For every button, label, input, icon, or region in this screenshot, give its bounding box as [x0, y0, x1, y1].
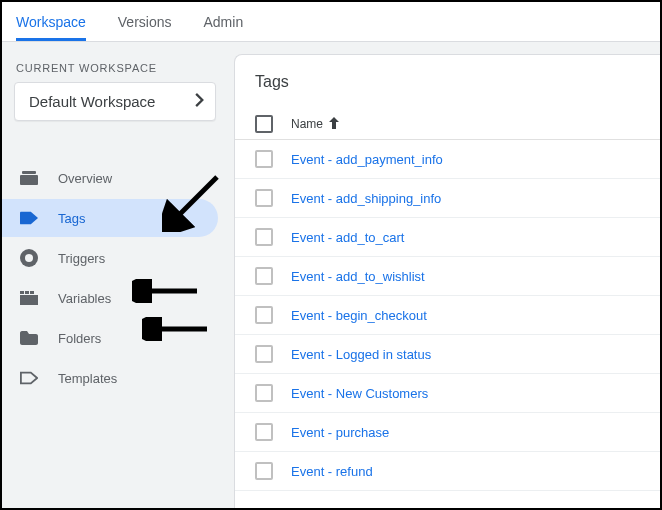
nav-label: Variables [58, 291, 111, 306]
table-row: Event - New Customers [235, 374, 660, 413]
svg-rect-1 [22, 171, 36, 174]
tag-link[interactable]: Event - New Customers [291, 386, 428, 401]
nav-label: Folders [58, 331, 101, 346]
folder-icon [20, 329, 38, 347]
nav-variables[interactable]: Variables [2, 279, 218, 317]
table-row: Event - add_payment_info [235, 140, 660, 179]
page-title: Tags [235, 55, 660, 109]
tag-link[interactable]: Event - refund [291, 464, 373, 479]
row-checkbox[interactable] [255, 189, 273, 207]
nav-overview[interactable]: Overview [2, 159, 218, 197]
table-row: Event - begin_checkout [235, 296, 660, 335]
row-checkbox[interactable] [255, 384, 273, 402]
nav-label: Overview [58, 171, 112, 186]
svg-rect-5 [20, 291, 24, 294]
main-area: CURRENT WORKSPACE Default Workspace Over… [2, 42, 660, 508]
template-icon [20, 369, 38, 387]
variable-icon [20, 289, 38, 307]
trigger-icon [20, 249, 38, 267]
column-name[interactable]: Name [291, 117, 339, 132]
tag-link[interactable]: Event - add_payment_info [291, 152, 443, 167]
nav-templates[interactable]: Templates [2, 359, 218, 397]
tag-link[interactable]: Event - Logged in status [291, 347, 431, 362]
svg-rect-0 [20, 175, 38, 185]
table-header: Name [235, 109, 660, 140]
row-checkbox[interactable] [255, 423, 273, 441]
row-checkbox[interactable] [255, 345, 273, 363]
nav-folders[interactable]: Folders [2, 319, 218, 357]
svg-rect-6 [25, 291, 29, 294]
nav-triggers[interactable]: Triggers [2, 239, 218, 277]
side-nav: Overview Tags Triggers [2, 157, 228, 399]
overview-icon [20, 169, 38, 187]
tag-link[interactable]: Event - add_to_wishlist [291, 269, 425, 284]
svg-point-3 [25, 254, 33, 262]
table-row: Event - Logged in status [235, 335, 660, 374]
table-rows: Event - add_payment_infoEvent - add_ship… [235, 140, 660, 508]
nav-label: Tags [58, 211, 85, 226]
tag-link[interactable]: Event - purchase [291, 425, 389, 440]
table-row: Event - purchase [235, 413, 660, 452]
tag-link[interactable]: Event - add_to_cart [291, 230, 404, 245]
row-checkbox[interactable] [255, 267, 273, 285]
tab-admin[interactable]: Admin [203, 2, 243, 41]
app-frame: Workspace Versions Admin CURRENT WORKSPA… [0, 0, 662, 510]
row-checkbox[interactable] [255, 228, 273, 246]
top-tabs: Workspace Versions Admin [2, 2, 660, 42]
sidebar: CURRENT WORKSPACE Default Workspace Over… [2, 42, 228, 508]
row-checkbox[interactable] [255, 150, 273, 168]
workspace-label: CURRENT WORKSPACE [2, 52, 228, 82]
row-checkbox[interactable] [255, 306, 273, 324]
select-all-checkbox[interactable] [255, 115, 273, 133]
workspace-name: Default Workspace [29, 93, 155, 110]
svg-rect-4 [20, 295, 38, 305]
tab-workspace[interactable]: Workspace [16, 2, 86, 41]
workspace-selector[interactable]: Default Workspace [14, 82, 216, 121]
table-row: Event - refund [235, 452, 660, 491]
table-row: Event - add_shipping_info [235, 179, 660, 218]
chevron-right-icon [195, 93, 205, 110]
table-row: Event - add_to_wishlist [235, 257, 660, 296]
nav-label: Triggers [58, 251, 105, 266]
column-name-label: Name [291, 117, 323, 131]
nav-tags[interactable]: Tags [2, 199, 218, 237]
svg-rect-7 [30, 291, 34, 294]
table-row: Event - add_to_cart [235, 218, 660, 257]
tag-link[interactable]: Event - begin_checkout [291, 308, 427, 323]
tab-versions[interactable]: Versions [118, 2, 172, 41]
nav-label: Templates [58, 371, 117, 386]
sort-asc-icon [329, 117, 339, 132]
row-checkbox[interactable] [255, 462, 273, 480]
tag-icon [20, 209, 38, 227]
content-panel: Tags Name Event - add_payment_infoEvent … [234, 54, 660, 508]
tag-link[interactable]: Event - add_shipping_info [291, 191, 441, 206]
